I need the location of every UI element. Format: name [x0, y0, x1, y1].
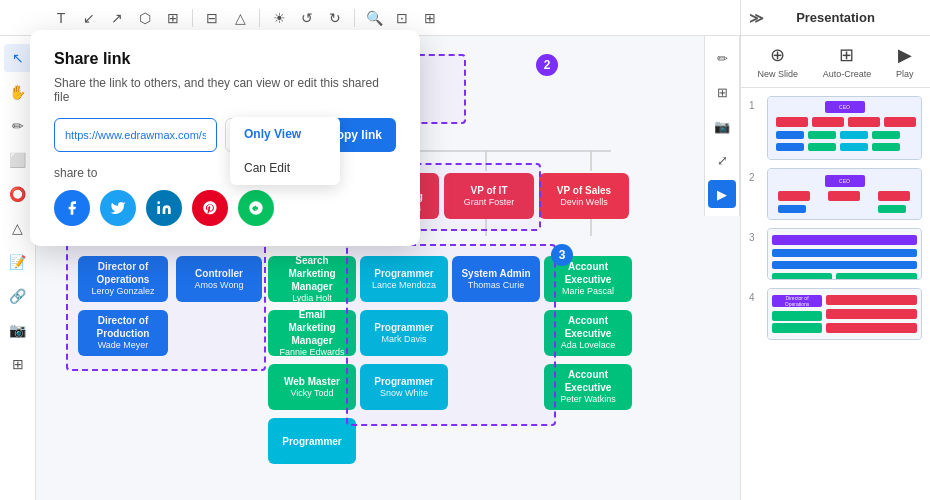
toolbar-rotate2-icon[interactable]: ↻: [324, 7, 346, 29]
toolbar-triangle-icon[interactable]: △: [229, 7, 251, 29]
programmer4-node[interactable]: Programmer: [268, 418, 356, 464]
tool-triangle[interactable]: △: [4, 214, 32, 242]
vp-it-node[interactable]: VP of IT Grant Foster: [444, 173, 534, 219]
controller-node[interactable]: Controller Amos Wong: [176, 256, 262, 302]
slide-item-4[interactable]: 4 Director of Operations: [749, 288, 922, 340]
new-slide-label: New Slide: [757, 69, 798, 79]
slide-item-3[interactable]: 3: [749, 228, 922, 280]
side-icon-expand[interactable]: ⤢: [708, 146, 736, 174]
modal-link-row: Only View ▾ Copy link: [54, 118, 396, 152]
dropdown-arrow: ▾: [289, 129, 295, 142]
side-icon-photo[interactable]: 📷: [708, 112, 736, 140]
vp-sales-node[interactable]: VP of Sales Devin Wells: [539, 173, 629, 219]
slide-thumb-2[interactable]: CEO: [767, 168, 922, 220]
pinterest-share-btn[interactable]: [192, 190, 228, 226]
tool-link[interactable]: 🔗: [4, 282, 32, 310]
slide-item-2[interactable]: 2 CEO: [749, 168, 922, 220]
programmer2-node[interactable]: Programmer Mark Davis: [360, 310, 448, 356]
auto-create-icon: ⊞: [839, 44, 854, 66]
play-action[interactable]: ▶ Play: [896, 44, 914, 79]
tool-text[interactable]: 📝: [4, 248, 32, 276]
share-modal[interactable]: Share link Share the link to others, and…: [30, 30, 420, 246]
share-icons: [54, 190, 396, 226]
tool-pen[interactable]: ✏: [4, 112, 32, 140]
slide-thumb-1[interactable]: CEO: [767, 96, 922, 160]
webmaster-node[interactable]: Web Master Vicky Todd: [268, 364, 356, 410]
play-label: Play: [896, 69, 914, 79]
toolbar-more-icon[interactable]: ⊞: [419, 7, 441, 29]
side-icon-present[interactable]: ▶: [708, 180, 736, 208]
toolbar-pointer-icon[interactable]: ↗: [106, 7, 128, 29]
toolbar-arrow-icon[interactable]: ↙: [78, 7, 100, 29]
tool-hand[interactable]: ✋: [4, 78, 32, 106]
slide-thumb-3[interactable]: [767, 228, 922, 280]
toolbar-text-icon[interactable]: T: [50, 7, 72, 29]
play-icon: ▶: [898, 44, 912, 66]
sysadmin-node[interactable]: System Admin Thomas Curie: [452, 256, 540, 302]
right-panel: ≫ Presentation ⊕ New Slide ⊞ Auto-Create…: [740, 0, 930, 500]
slide-item-1[interactable]: 1 CEO: [749, 96, 922, 160]
modal-dropdown[interactable]: Only View ▾: [225, 118, 306, 152]
toolbar-minus-icon[interactable]: ⊟: [201, 7, 223, 29]
auto-create-label: Auto-Create: [823, 69, 872, 79]
copy-link-button[interactable]: Copy link: [314, 118, 396, 152]
auto-create-action[interactable]: ⊞ Auto-Create: [823, 44, 872, 79]
new-slide-icon: ⊕: [770, 44, 785, 66]
svg-point-18: [255, 209, 256, 210]
badge-3: 3: [551, 244, 573, 266]
slide-number-2: 2: [749, 168, 761, 183]
panel-side-icons: ✏ ⊞ 📷 ⤢ ▶: [704, 36, 740, 216]
toolbar-shape-icon[interactable]: ⬡: [134, 7, 156, 29]
svg-point-14: [157, 201, 160, 204]
toolbar-sun-icon[interactable]: ☀: [268, 7, 290, 29]
modal-link-input[interactable]: [54, 118, 217, 152]
search-mkt-node[interactable]: Search Marketing Manager Lydia Holt: [268, 256, 356, 302]
linkedin-share-btn[interactable]: [146, 190, 182, 226]
slide-number-4: 4: [749, 288, 761, 303]
badge-2: 2: [536, 54, 558, 76]
email-mkt-node[interactable]: Email Marketing Manager Fannie Edwards: [268, 310, 356, 356]
modal-desc: Share the link to others, and they can v…: [54, 76, 396, 104]
tool-select[interactable]: ↖: [4, 44, 32, 72]
wechat-share-btn[interactable]: [238, 190, 274, 226]
modal-title: Share link: [54, 50, 396, 68]
tool-table[interactable]: ⊞: [4, 350, 32, 378]
toolbar-divider: [192, 9, 193, 27]
side-icon-grid[interactable]: ⊞: [708, 78, 736, 106]
slide-thumb-4[interactable]: Director of Operations: [767, 288, 922, 340]
acct-exec2-node[interactable]: Account Executive Ada Lovelace: [544, 310, 632, 356]
toolbar-rotate-icon[interactable]: ↺: [296, 7, 318, 29]
toolbar-divider3: [354, 9, 355, 27]
panel-expand-icon[interactable]: ≫: [749, 10, 764, 26]
toolbar-divider2: [259, 9, 260, 27]
panel-header: ≫ Presentation: [741, 0, 930, 36]
dir-ops-node[interactable]: Director of Operations Leroy Gonzalez: [78, 256, 168, 302]
toolbar-grid-icon[interactable]: ⊡: [391, 7, 413, 29]
tool-rect[interactable]: ⬜: [4, 146, 32, 174]
toolbar-table-icon[interactable]: ⊞: [162, 7, 184, 29]
panel-title: Presentation: [796, 10, 875, 25]
side-icon-pen[interactable]: ✏: [708, 44, 736, 72]
facebook-share-btn[interactable]: [54, 190, 90, 226]
dropdown-selected: Only View: [236, 129, 285, 141]
slide-number-3: 3: [749, 228, 761, 243]
slide-number-1: 1: [749, 96, 761, 111]
toolbar-zoom-icon[interactable]: 🔍: [363, 7, 385, 29]
programmer3-node[interactable]: Programmer Snow White: [360, 364, 448, 410]
slides-container: 1 CEO: [741, 88, 930, 500]
tool-circle[interactable]: ⭕: [4, 180, 32, 208]
acct-exec3-node[interactable]: Account Executive Peter Watkins: [544, 364, 632, 410]
share-label: share to: [54, 166, 396, 180]
tool-image[interactable]: 📷: [4, 316, 32, 344]
programmer1-node[interactable]: Programmer Lance Mendoza: [360, 256, 448, 302]
twitter-share-btn[interactable]: [100, 190, 136, 226]
new-slide-action[interactable]: ⊕ New Slide: [757, 44, 798, 79]
dir-prod-node[interactable]: Director of Production Wade Meyer: [78, 310, 168, 356]
panel-actions: ⊕ New Slide ⊞ Auto-Create ▶ Play: [741, 36, 930, 88]
